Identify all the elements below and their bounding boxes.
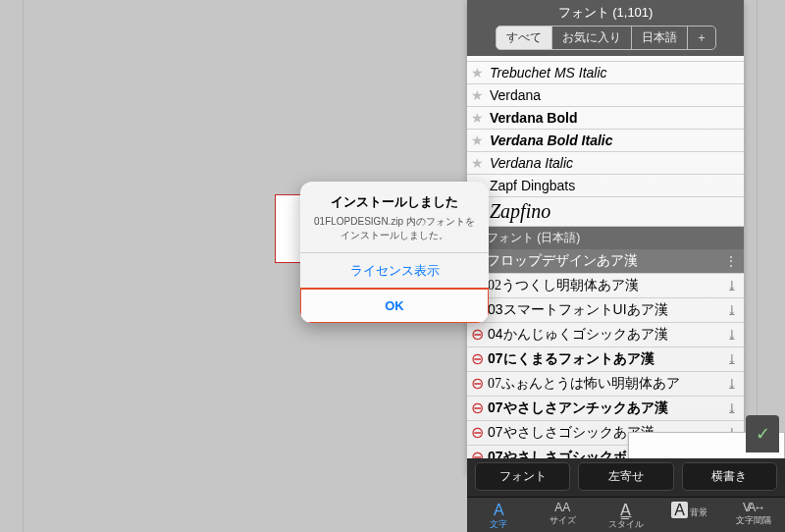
chip-align[interactable]: 左寄せ — [578, 462, 673, 491]
download-icon[interactable]: ⤓ — [726, 303, 738, 317]
add-font-button[interactable]: ＋ — [687, 26, 716, 50]
tab-favorites[interactable]: お気に入り — [551, 26, 632, 50]
font-name: Verdana Italic — [490, 155, 738, 171]
favorite-star-icon[interactable]: ★ — [471, 133, 484, 147]
text-format-bar: ✓ フォント 左寄せ 横書き A 文字 AA サイズ A̲ スタイル A 背景 … — [467, 458, 785, 532]
font-row[interactable]: ⊖ 03スマートフォントUIあア漢 ⤓ — [467, 298, 744, 323]
font-name: 07にくまるフォントあア漢 — [488, 350, 726, 368]
font-panel: フォント (1,101) すべて お気に入り 日本語 ＋ ★ Trebuchet… — [467, 0, 744, 473]
dialog-message: 01FLOPDESIGN.zip 内のフォントをインストールしました。 — [312, 215, 477, 242]
font-name: 07ふぉんとうは怖い明朝体あア — [488, 375, 726, 393]
style-icon: A̲ — [595, 502, 658, 519]
font-row[interactable]: ★ Zapf Dingbats — [467, 175, 744, 197]
font-row[interactable]: ★ Verdana Italic — [467, 152, 744, 175]
background-icon: A — [671, 502, 688, 519]
font-row[interactable]: ⊖ 07にくまるフォントあア漢 ⤓ — [467, 347, 744, 372]
size-icon: AA — [531, 502, 595, 514]
font-row[interactable]: ★ Verdana Bold — [467, 107, 744, 130]
favorite-star-icon[interactable]: ★ — [471, 111, 484, 125]
font-row[interactable]: ★ Zapfino — [467, 197, 744, 227]
chip-direction[interactable]: 横書き — [682, 462, 777, 491]
delete-icon[interactable]: ⊖ — [471, 351, 484, 367]
font-name: Trebuchet MS Italic — [490, 65, 738, 80]
download-icon[interactable]: ⤓ — [726, 328, 738, 342]
format-tabs: A 文字 AA サイズ A̲ スタイル A 背景 VA↔ 文字間隔 — [467, 497, 785, 532]
tab-kerning[interactable]: VA↔ 文字間隔 — [721, 502, 785, 530]
tab-label: 背景 — [690, 507, 707, 517]
favorite-star-icon[interactable]: ★ — [471, 66, 484, 80]
ok-button[interactable]: OK — [300, 288, 489, 323]
font-panel-header: フォント (1,101) すべて お気に入り 日本語 ＋ — [467, 0, 744, 56]
tab-size[interactable]: AA サイズ — [531, 502, 595, 530]
tab-all[interactable]: すべて — [496, 26, 552, 50]
confirm-button[interactable]: ✓ — [746, 415, 779, 452]
font-section-added: 加フォント (日本語) — [467, 227, 744, 249]
font-row[interactable]: ⊖ 04かんじゅくゴシックあア漢 ⤓ — [467, 323, 744, 347]
font-name: 04かんじゅくゴシックあア漢 — [488, 326, 726, 344]
dialog-title: インストールしました — [312, 193, 477, 211]
font-row[interactable]: ⊖ 02うつくし明朝体あア漢 ⤓ — [467, 274, 744, 298]
tab-style[interactable]: A̲ スタイル — [595, 502, 658, 530]
font-row[interactable]: ★ Verdana — [467, 84, 744, 107]
tab-label: サイズ — [550, 515, 576, 525]
delete-icon[interactable]: ⊖ — [471, 425, 484, 441]
font-name: 07やさしさアンチックあア漢 — [488, 399, 726, 417]
favorite-star-icon[interactable]: ★ — [471, 156, 484, 170]
tab-moji[interactable]: A 文字 — [467, 502, 531, 530]
font-list[interactable]: ★ Trebuchet MS Italic ★ Verdana ★ Verdan… — [467, 56, 744, 473]
text-icon: A — [467, 502, 531, 519]
font-name: 01フロップデザインあア漢 — [471, 252, 725, 270]
license-button[interactable]: ライセンス表示 — [300, 252, 489, 289]
tab-japanese[interactable]: 日本語 — [631, 26, 688, 50]
format-chips: フォント 左寄せ 横書き — [467, 462, 785, 497]
download-icon[interactable]: ⤓ — [726, 352, 738, 366]
font-name: Verdana Bold Italic — [490, 133, 738, 148]
install-complete-dialog: インストールしました 01FLOPDESIGN.zip 内のフォントをインストー… — [300, 182, 489, 323]
font-name: Zapfino — [490, 200, 738, 223]
download-icon[interactable]: ⤓ — [726, 401, 738, 415]
font-row[interactable]: ★ Verdana Bold Italic — [467, 130, 744, 152]
delete-icon[interactable]: ⊖ — [471, 327, 484, 343]
font-name: 03スマートフォントUIあア漢 — [488, 301, 726, 319]
download-icon[interactable]: ⤓ — [726, 279, 738, 293]
tab-label: 文字間隔 — [736, 515, 771, 525]
font-panel-title: フォント (1,101) — [473, 4, 738, 22]
favorite-star-icon[interactable]: ★ — [471, 88, 484, 102]
kerning-icon: VA↔ — [721, 502, 785, 514]
font-name: Zapf Dingbats — [490, 178, 738, 193]
font-row[interactable]: 01フロップデザインあア漢 ⋮ — [467, 249, 744, 274]
font-name: Verdana — [490, 87, 738, 103]
tab-label: 文字 — [490, 519, 507, 529]
font-row[interactable]: ⊖ 07やさしさアンチックあア漢 ⤓ — [467, 397, 744, 421]
font-filter-tabs: すべて お気に入り 日本語 ＋ — [473, 26, 738, 50]
font-row[interactable]: ★ Trebuchet MS Italic — [467, 62, 744, 84]
more-icon[interactable]: ⋮ — [725, 255, 738, 267]
font-name: Verdana Bold — [490, 110, 738, 126]
download-icon[interactable]: ⤓ — [726, 377, 738, 391]
tab-background[interactable]: A 背景 — [657, 502, 721, 530]
delete-icon[interactable]: ⊖ — [471, 376, 484, 392]
chip-font[interactable]: フォント — [475, 462, 570, 491]
tab-label: スタイル — [608, 519, 644, 529]
dialog-body: インストールしました 01FLOPDESIGN.zip 内のフォントをインストー… — [300, 182, 489, 252]
font-row[interactable]: ⊖ 07ふぉんとうは怖い明朝体あア ⤓ — [467, 372, 744, 397]
delete-icon[interactable]: ⊖ — [471, 400, 484, 416]
check-icon: ✓ — [756, 423, 770, 445]
font-name: 02うつくし明朝体あア漢 — [488, 277, 726, 294]
